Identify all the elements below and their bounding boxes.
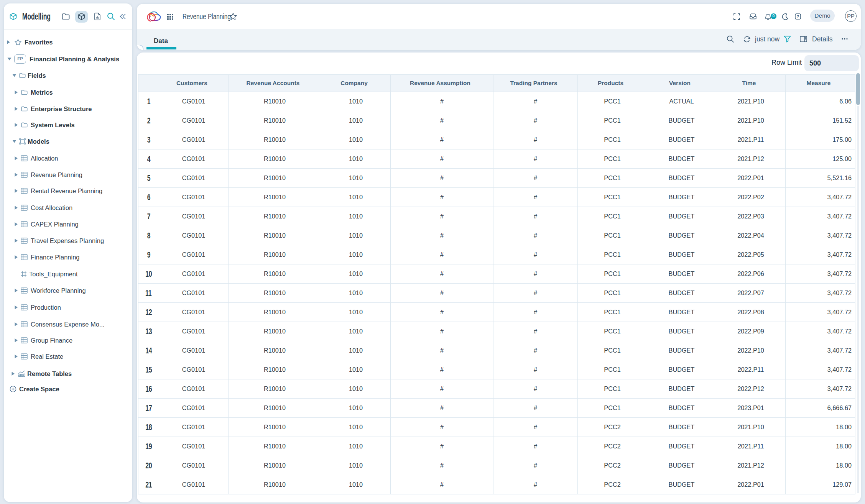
svg-text:?: ? (797, 14, 799, 19)
